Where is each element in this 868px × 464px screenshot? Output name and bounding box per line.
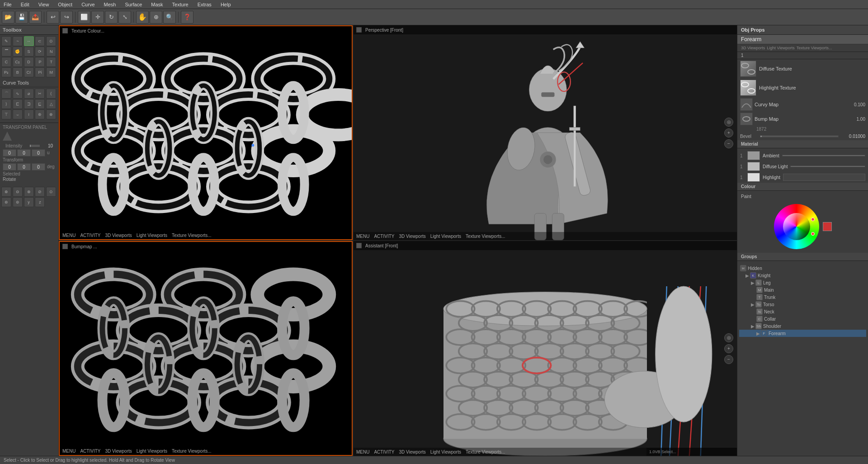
tree-item-main[interactable]: M Main xyxy=(739,286,866,294)
color-preview-swatch[interactable] xyxy=(823,222,832,231)
intensity-bar[interactable] xyxy=(30,145,40,147)
zoom-button[interactable]: 🔍 xyxy=(163,11,176,24)
orbit-button[interactable]: ⊕ xyxy=(150,11,162,24)
gizmo-rotate[interactable]: ◎ xyxy=(724,118,733,127)
menu-mask[interactable]: Mask xyxy=(149,2,165,7)
tool-extra-9[interactable]: z xyxy=(35,197,45,207)
move-button[interactable]: ✛ xyxy=(91,11,104,24)
curve-tool-14[interactable]: ⊛ xyxy=(35,109,45,119)
z-input[interactable] xyxy=(32,149,45,156)
viewport-tr-menu[interactable]: MENU xyxy=(356,234,369,239)
menu-surface[interactable]: Surface xyxy=(123,2,144,7)
tool-smooth[interactable]: ~ xyxy=(13,36,23,46)
curve-tool-13[interactable]: ≀ xyxy=(24,109,34,119)
tool-snake[interactable]: S xyxy=(24,47,34,57)
gizmo-plus[interactable]: + xyxy=(724,128,733,137)
redo-button[interactable]: ↪ xyxy=(60,11,73,24)
tool-pol2[interactable]: P₂ xyxy=(1,67,11,77)
material-diffuse-item[interactable]: 1 Diffuse Light xyxy=(737,161,868,172)
tool-extra-6[interactable]: ⊛ xyxy=(1,197,11,207)
menu-curve[interactable]: Curve xyxy=(80,2,96,7)
viewport-bl-activity[interactable]: ACTIVITY xyxy=(80,449,100,454)
tool-extra-2[interactable]: ⊖ xyxy=(13,187,23,197)
viewport-bl-checkbox[interactable] xyxy=(62,244,68,249)
viewport-tl-activity[interactable]: ACTIVITY xyxy=(80,233,100,238)
gizmo-br-plus[interactable]: + xyxy=(724,344,733,353)
tool-magnify[interactable]: M xyxy=(46,67,56,77)
menu-help[interactable]: Help xyxy=(219,2,233,7)
tool-crease[interactable]: Cr xyxy=(24,67,34,77)
viewport-tl-light[interactable]: Light Viewports xyxy=(137,233,167,238)
tool-clay[interactable]: C xyxy=(1,57,11,67)
rp-light-viewports[interactable]: Light Viewports xyxy=(767,46,794,50)
viewport-tl-menu[interactable]: MENU xyxy=(62,233,75,238)
tool-extra-4[interactable]: ⊘ xyxy=(35,187,45,197)
tree-item-torso[interactable]: ▶ To Torso xyxy=(739,301,866,308)
viewport-bl-3d[interactable]: 3D Viewports xyxy=(105,449,132,454)
tool-extra-5[interactable]: ⊙ xyxy=(46,187,56,197)
tool-extra-3[interactable]: ⊗ xyxy=(24,187,34,197)
rotate-button[interactable]: ↻ xyxy=(105,11,118,24)
tool-clay2[interactable]: C₂ xyxy=(13,57,23,67)
menu-extras[interactable]: Extras xyxy=(196,2,213,7)
rx-input[interactable] xyxy=(3,163,16,170)
color-wheel-wrapper[interactable] xyxy=(774,204,819,249)
curve-tool-8[interactable]: ⊐ xyxy=(24,99,34,109)
viewport-br-checkbox[interactable] xyxy=(356,243,362,248)
viewport-tl-3d[interactable]: 3D Viewports xyxy=(105,233,132,238)
viewport-tr-activity[interactable]: ACTIVITY xyxy=(374,234,394,239)
menu-object[interactable]: Object xyxy=(56,2,74,7)
curve-tool-6[interactable]: ⟩ xyxy=(1,99,11,109)
tool-dam[interactable]: D xyxy=(24,57,34,67)
viewport-tr-3d[interactable]: 3D Viewports xyxy=(399,234,425,239)
curve-tool-9[interactable]: ⊑ xyxy=(35,99,45,109)
viewport-tr-light[interactable]: Light Viewports xyxy=(430,234,461,239)
viewport-bumpmap[interactable]: Bumpmap ... xyxy=(59,241,353,456)
rp-3d-viewports[interactable]: 3D Viewports xyxy=(741,46,765,50)
viewport-br-activity[interactable]: ACTIVITY xyxy=(374,450,394,455)
tool-polish[interactable]: P xyxy=(35,57,45,67)
curve-tool-3[interactable]: ⌀ xyxy=(24,89,34,99)
viewport-br-texture[interactable]: Texture Viewports... xyxy=(466,450,505,455)
viewport-tr-checkbox[interactable] xyxy=(356,27,362,33)
curve-tool-4[interactable]: ✂ xyxy=(35,89,45,99)
viewport-br-3d[interactable]: 3D Viewports xyxy=(399,450,425,455)
texture-diffuse-item[interactable]: Diffuse Texture xyxy=(737,59,868,78)
tool-blob[interactable]: B xyxy=(13,67,23,77)
viewport-tr-texture[interactable]: Texture Viewports... xyxy=(466,234,505,239)
menu-edit[interactable]: Edit xyxy=(19,2,31,7)
bump-map-thumb[interactable] xyxy=(740,113,753,125)
tool-twist[interactable]: ⟳ xyxy=(35,47,45,57)
material-ambient-item[interactable]: 1 Ambient xyxy=(737,150,868,161)
bevel-bar[interactable] xyxy=(760,135,839,137)
tool-flatten[interactable]: ▔ xyxy=(1,47,11,57)
viewport-tl-texture[interactable]: Texture Viewports... xyxy=(172,233,212,238)
tool-pinch[interactable]: ⊂ xyxy=(35,36,45,46)
menu-texture[interactable]: Texture xyxy=(170,2,190,7)
viewport-bl-light[interactable]: Light Viewports xyxy=(137,449,167,454)
ry-input[interactable] xyxy=(17,163,31,170)
tool-nudge[interactable]: N xyxy=(46,47,56,57)
tool-extra-1[interactable]: ⊕ xyxy=(1,187,11,197)
pan-button[interactable]: ✋ xyxy=(136,11,149,24)
tree-item-leg[interactable]: ▶ L Leg xyxy=(739,279,866,286)
open-button[interactable]: 📂 xyxy=(2,11,14,24)
color-wheel[interactable] xyxy=(774,204,819,249)
material-highlight-item[interactable]: 1 Highlight xyxy=(737,172,868,183)
gizmo-minus[interactable]: − xyxy=(724,139,733,148)
tree-item-forearm[interactable]: ▶ F Forearm xyxy=(739,330,866,337)
viewport-texture-colour[interactable]: Texture Colour... xyxy=(59,25,353,240)
material-diffuse-slider[interactable] xyxy=(790,166,865,167)
tool-extra-7[interactable]: ⊚ xyxy=(13,197,23,207)
material-ambient-slider[interactable] xyxy=(782,155,865,156)
help-button[interactable]: ❓ xyxy=(181,11,193,24)
curve-tool-7[interactable]: ⊏ xyxy=(13,99,23,109)
menu-mesh[interactable]: Mesh xyxy=(102,2,118,7)
tree-item-shoulder[interactable]: ▶ Sh Shoulder xyxy=(739,322,866,330)
undo-button[interactable]: ↩ xyxy=(47,11,59,24)
tool-trim[interactable]: T xyxy=(46,57,56,67)
tree-item-hidden[interactable]: H Hidden xyxy=(739,265,866,272)
curve-tool-2[interactable]: ∿ xyxy=(13,89,23,99)
scale-button[interactable]: ⤡ xyxy=(118,11,131,24)
select-rect-button[interactable]: ⬜ xyxy=(78,11,90,24)
